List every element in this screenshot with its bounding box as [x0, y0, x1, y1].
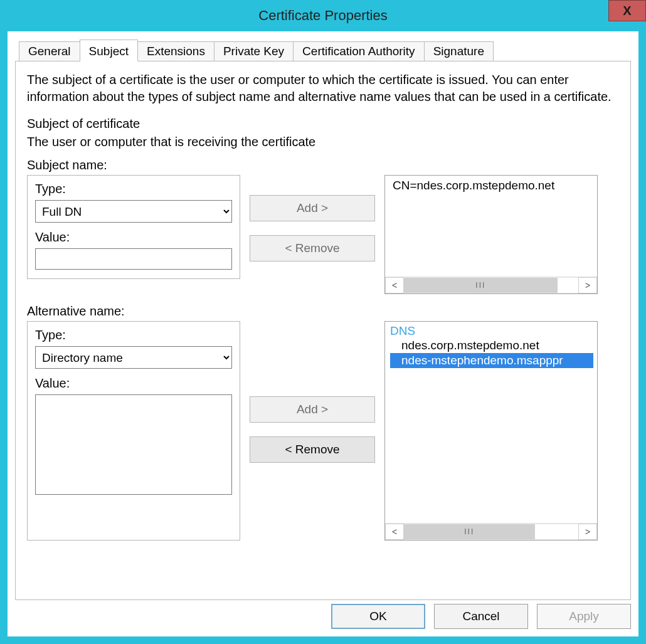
list-category: DNS	[390, 324, 593, 338]
intro-text: The subject of a certificate is the user…	[27, 71, 619, 105]
subject-name-row: Type: Full DN Value: Add > < Remove	[27, 175, 619, 294]
tab-label: Subject	[89, 45, 129, 58]
alternative-name-listbox[interactable]: DNS ndes.corp.mstepdemo.net ndes-mstephe…	[384, 321, 598, 541]
tab-label: Certification Authority	[302, 45, 415, 58]
grip-icon: III	[475, 281, 485, 290]
scroll-thumb[interactable]: III	[404, 278, 558, 293]
ok-button[interactable]: OK	[331, 604, 425, 629]
value-label: Value:	[35, 230, 232, 245]
alt-type-select[interactable]: Directory name	[35, 346, 232, 369]
tab-general[interactable]: General	[19, 41, 80, 61]
alt-value-input[interactable]	[35, 394, 232, 495]
subject-add-button[interactable]: Add >	[250, 195, 375, 221]
tab-label: Extensions	[147, 45, 205, 58]
button-label: OK	[369, 610, 386, 623]
list-item[interactable]: ndes.corp.mstepdemo.net	[390, 338, 593, 353]
close-icon: X	[623, 4, 631, 18]
type-label: Type:	[35, 182, 232, 196]
subject-name-listbox[interactable]: CN=ndes.corp.mstepdemo.net < III >	[384, 175, 598, 294]
tab-signature[interactable]: Signature	[424, 41, 494, 61]
tab-label: General	[28, 45, 71, 58]
close-button[interactable]: X	[608, 0, 646, 21]
scroll-right-icon[interactable]: >	[578, 277, 597, 293]
scroll-left-icon[interactable]: <	[385, 277, 404, 293]
button-label: Cancel	[462, 610, 499, 623]
cancel-button[interactable]: Cancel	[434, 604, 528, 629]
scroll-track[interactable]: III	[404, 524, 578, 540]
listbox-items: DNS ndes.corp.mstepdemo.net ndes-mstephe…	[385, 322, 597, 523]
button-label: Add >	[297, 201, 328, 214]
window-frame: Certificate Properties X General Subject…	[0, 0, 646, 644]
window-title: Certificate Properties	[258, 8, 387, 24]
horizontal-scrollbar[interactable]: < III >	[385, 523, 597, 540]
alternative-name-group: Type: Directory name Value:	[27, 321, 240, 541]
horizontal-scrollbar[interactable]: < III >	[385, 277, 597, 293]
subject-type-select[interactable]: Full DN	[35, 200, 232, 223]
type-label: Type:	[35, 328, 232, 342]
scroll-track[interactable]: III	[404, 277, 578, 293]
tab-certification-authority[interactable]: Certification Authority	[293, 41, 425, 61]
section-subtitle: The user or computer that is receiving t…	[27, 135, 619, 149]
tab-label: Private Key	[223, 45, 284, 58]
tab-strip: General Subject Extensions Private Key C…	[15, 39, 631, 61]
tab-private-key[interactable]: Private Key	[214, 41, 294, 61]
list-item[interactable]: CN=ndes.corp.mstepdemo.net	[390, 178, 593, 193]
subject-value-input[interactable]	[35, 248, 232, 270]
subject-name-label: Subject name:	[27, 158, 619, 172]
value-label: Value:	[35, 376, 232, 391]
listbox-items: CN=ndes.corp.mstepdemo.net	[385, 176, 597, 277]
tab-label: Signature	[433, 45, 484, 58]
button-label: Add >	[297, 403, 328, 416]
dialog-body: General Subject Extensions Private Key C…	[8, 31, 638, 636]
subject-name-group: Type: Full DN Value:	[27, 175, 240, 279]
alternative-name-label: Alternative name:	[27, 304, 619, 319]
alt-add-button[interactable]: Add >	[250, 396, 375, 423]
button-label: < Remove	[285, 443, 339, 456]
dialog-footer: OK Cancel Apply	[15, 600, 631, 629]
titlebar[interactable]: Certificate Properties X	[8, 0, 638, 31]
subject-remove-button[interactable]: < Remove	[250, 235, 375, 261]
scroll-thumb[interactable]: III	[404, 524, 535, 539]
button-label: < Remove	[285, 241, 339, 255]
tab-subject[interactable]: Subject	[80, 40, 138, 61]
grip-icon: III	[464, 527, 474, 536]
button-label: Apply	[569, 610, 599, 623]
list-item-selected[interactable]: ndes-mstephendemo.msapppr	[390, 353, 593, 368]
alternative-name-row: Type: Directory name Value: Add > < Remo…	[27, 321, 619, 541]
section-title: Subject of certificate	[27, 117, 619, 131]
scroll-left-icon[interactable]: <	[385, 524, 404, 540]
apply-button[interactable]: Apply	[537, 604, 631, 629]
tab-extensions[interactable]: Extensions	[137, 41, 214, 61]
scroll-right-icon[interactable]: >	[578, 524, 597, 540]
tab-panel-subject: The subject of a certificate is the user…	[15, 61, 631, 600]
alt-remove-button[interactable]: < Remove	[250, 436, 375, 463]
